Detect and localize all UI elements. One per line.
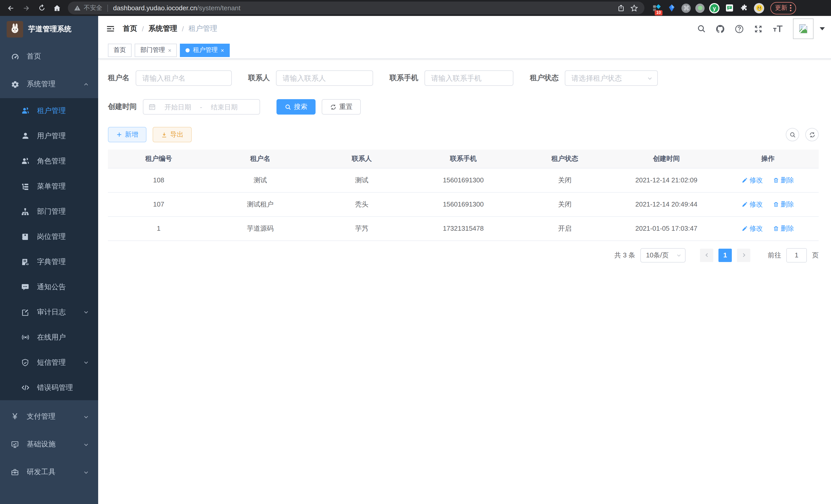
- sidebar-item-label: 错误码管理: [37, 383, 73, 392]
- yen-icon: ¥: [10, 412, 20, 421]
- extension-y-icon[interactable]: y: [709, 3, 719, 13]
- goto-page-input[interactable]: [786, 248, 807, 262]
- tab-home[interactable]: 首页: [108, 43, 132, 57]
- sidebar-group-payment[interactable]: ¥ 支付管理: [0, 403, 98, 431]
- search-button-label: 搜索: [294, 102, 307, 112]
- browser-menu-icon[interactable]: [790, 5, 792, 11]
- tab-close-icon[interactable]: ×: [221, 47, 224, 53]
- sidebar-item-role-mgmt[interactable]: 角色管理: [0, 148, 98, 174]
- help-button[interactable]: [735, 24, 744, 34]
- sidebar-item-user-mgmt[interactable]: 用户管理: [0, 123, 98, 148]
- extension-command-icon[interactable]: [682, 3, 691, 12]
- extension-dot-icon[interactable]: [695, 3, 705, 12]
- toggle-search-button[interactable]: [786, 128, 799, 141]
- search-button[interactable]: 搜索: [277, 99, 316, 115]
- delete-row-button[interactable]: 删除: [773, 175, 794, 185]
- plus-icon: [116, 131, 122, 138]
- sidebar-item-dept-mgmt[interactable]: 部门管理: [0, 199, 98, 224]
- sidebar-item-error-code[interactable]: 错误码管理: [0, 375, 98, 400]
- cell-tenant-id: 107: [108, 192, 209, 216]
- refresh-table-button[interactable]: [805, 128, 819, 141]
- header-search-button[interactable]: [697, 24, 706, 33]
- page-size-select[interactable]: [640, 248, 686, 262]
- github-link[interactable]: [715, 24, 725, 34]
- breadcrumb-home[interactable]: 首页: [123, 24, 137, 33]
- tab-tenant-mgmt[interactable]: 租户管理 ×: [180, 43, 230, 57]
- share-icon[interactable]: [617, 4, 625, 12]
- sidebar-item-notice[interactable]: 通知公告: [0, 274, 98, 299]
- fullscreen-button[interactable]: [753, 24, 763, 34]
- mobile-input[interactable]: [425, 70, 513, 86]
- address-bar[interactable]: 不安全 dashboard.yudao.iocoder.cn/system/te…: [68, 2, 644, 14]
- sidebar-collapse-button[interactable]: [98, 24, 123, 33]
- sidebar-item-home[interactable]: 首页: [0, 42, 98, 70]
- tenant-name-input[interactable]: [136, 70, 232, 86]
- extension-chat-icon[interactable]: [724, 3, 735, 13]
- sidebar-group-audit-log[interactable]: 审计日志: [0, 299, 98, 325]
- create-time-range-picker[interactable]: -: [143, 99, 260, 115]
- page-url[interactable]: dashboard.yudao.iocoder.cn/system/tenant: [113, 4, 240, 12]
- edit-row-button[interactable]: 修改: [742, 175, 763, 185]
- tab-close-icon[interactable]: ×: [168, 47, 171, 53]
- sidebar-item-label: 通知公告: [37, 282, 66, 292]
- font-size-button[interactable]: [772, 24, 784, 33]
- user-avatar[interactable]: [793, 19, 813, 39]
- sidebar-item-dict-mgmt[interactable]: 字典管理: [0, 249, 98, 274]
- sidebar-logo-row[interactable]: 芋道管理系统: [0, 16, 98, 42]
- status-select[interactable]: [565, 70, 658, 86]
- browser-reload-button[interactable]: [35, 1, 48, 14]
- sidebar-item-menu-mgmt[interactable]: 菜单管理: [0, 174, 98, 199]
- date-start-input[interactable]: [159, 103, 197, 111]
- prev-page-button[interactable]: [700, 248, 713, 262]
- chrome-update-button[interactable]: 更新: [770, 2, 796, 14]
- sidebar-item-post-mgmt[interactable]: 岗位管理: [0, 224, 98, 249]
- tab-dept-mgmt[interactable]: 部门管理 ×: [135, 43, 177, 57]
- app-header: 首页 / 系统管理 / 租户管理: [98, 16, 831, 41]
- security-status[interactable]: 不安全: [74, 4, 102, 12]
- extensions-puzzle-icon[interactable]: [739, 3, 749, 13]
- delete-row-button[interactable]: 删除: [773, 200, 794, 209]
- sidebar-group-system[interactable]: 系统管理: [0, 70, 98, 98]
- edit-row-button[interactable]: 修改: [742, 200, 763, 209]
- sidebar-group-infra[interactable]: 基础设施: [0, 431, 98, 458]
- export-button[interactable]: 导出: [153, 127, 192, 142]
- browser-back-button[interactable]: [4, 1, 18, 14]
- page-number-1[interactable]: 1: [718, 248, 732, 262]
- sidebar-item-label: 首页: [27, 52, 41, 61]
- contact-label: 联系人: [248, 73, 270, 83]
- delete-row-button[interactable]: 删除: [773, 224, 794, 233]
- breadcrumb-system[interactable]: 系统管理: [148, 24, 177, 33]
- browser-home-button[interactable]: [50, 1, 64, 14]
- avatar-caret-icon[interactable]: [820, 27, 825, 30]
- extension-kite-icon[interactable]: [666, 3, 677, 13]
- extensions-tray: 10 y: [652, 3, 764, 13]
- sidebar-item-label: 角色管理: [37, 156, 66, 166]
- profile-avatar-emoji[interactable]: [754, 3, 764, 13]
- edit-pencil-icon: [742, 201, 748, 207]
- sidebar-item-tenant-mgmt[interactable]: 租户管理: [0, 98, 98, 123]
- search-icon: [697, 24, 706, 33]
- sidebar-group-sms-mgmt[interactable]: 短信管理: [0, 350, 98, 375]
- back-arrow-icon: [7, 4, 15, 12]
- col-status: 租户状态: [514, 149, 616, 168]
- reset-button[interactable]: 重置: [322, 99, 361, 115]
- next-page-button[interactable]: [737, 248, 750, 262]
- browser-forward-button[interactable]: [20, 1, 33, 14]
- extension-tabs-icon[interactable]: 10: [652, 3, 662, 13]
- status-select-input[interactable]: [565, 70, 658, 86]
- sidebar-item-label: 字典管理: [37, 257, 66, 266]
- dashboard-gauge-icon: [10, 52, 20, 61]
- sidebar-group-dev-tools[interactable]: 研发工具: [0, 458, 98, 486]
- chevron-down-icon: [83, 442, 89, 447]
- date-end-input[interactable]: [205, 103, 243, 111]
- sidebar-group-label: 支付管理: [27, 412, 56, 421]
- bookmark-star-icon[interactable]: [630, 4, 638, 12]
- contact-input[interactable]: [276, 70, 373, 86]
- edit-row-button[interactable]: 修改: [742, 224, 763, 233]
- tab-label: 首页: [114, 46, 126, 55]
- add-button[interactable]: 新增: [108, 127, 146, 142]
- breadcrumb-separator: /: [142, 25, 144, 33]
- sidebar-item-online-users[interactable]: 在线用户: [0, 325, 98, 350]
- export-button-label: 导出: [170, 130, 183, 139]
- gear-icon: [10, 80, 20, 89]
